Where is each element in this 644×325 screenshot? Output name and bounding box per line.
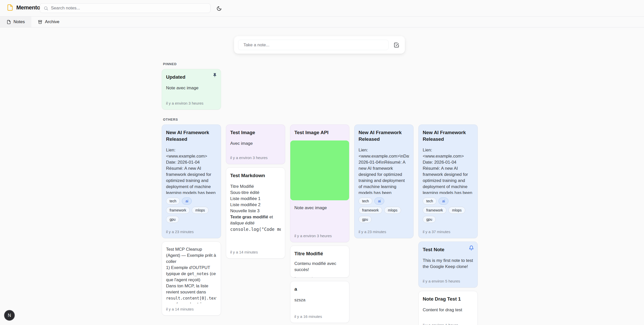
note-body-line: Texte gras modifié et italique édité bbox=[230, 214, 281, 226]
tag-ai[interactable]: ai bbox=[182, 197, 192, 205]
note-body-line: Nouvelle liste 3 bbox=[230, 208, 281, 214]
note-title: Updated bbox=[166, 74, 217, 80]
note-title: New AI Framework Released bbox=[166, 129, 217, 143]
memento-app: Memento Notes bbox=[0, 0, 644, 325]
note-composer bbox=[234, 36, 405, 54]
tag-tech[interactable]: tech bbox=[359, 197, 372, 205]
grid-column-2: Test Image Avec image il y a environ 3 h… bbox=[226, 124, 285, 325]
note-title: Test Markdown bbox=[230, 172, 281, 179]
tag-tech[interactable]: tech bbox=[166, 197, 180, 205]
tag-tech[interactable]: tech bbox=[423, 197, 436, 205]
note-body-line: Liste modifiée 1 bbox=[230, 196, 281, 202]
note-body: Lien: <www.example.com> Date: 2026-01-04… bbox=[166, 147, 217, 194]
user-avatar[interactable]: N bbox=[4, 310, 15, 321]
note-timestamp: il y a 23 minutes bbox=[166, 226, 217, 234]
tag-framework[interactable]: framework bbox=[359, 207, 382, 214]
logo-file-icon bbox=[7, 4, 13, 11]
new-checklist-button[interactable] bbox=[392, 41, 401, 49]
tag-framework[interactable]: framework bbox=[166, 207, 190, 214]
note-title: New AI Framework Released bbox=[423, 129, 473, 143]
note-body-line: Test MCP Cleanup (Agent) — Exemple prêt … bbox=[166, 246, 217, 265]
note-card-test-note[interactable]: Test Note This is my first note to test … bbox=[418, 242, 478, 288]
note-timestamp: il y a 37 minutes bbox=[423, 226, 473, 234]
note-card-updated[interactable]: Updated Note avec image il y a environ 3… bbox=[162, 69, 221, 110]
note-timestamp: il y a 14 minutes bbox=[230, 246, 281, 254]
note-card-ai-framework-1[interactable]: New AI Framework Released Lien: <www.exa… bbox=[162, 124, 221, 238]
note-timestamp: il y a environ 3 heures bbox=[230, 152, 281, 160]
tag-gpu[interactable]: gpu bbox=[359, 216, 372, 223]
note-body: Lien: <www.example.com> Date: 2026-01-04… bbox=[423, 147, 473, 194]
tab-notes-label: Notes bbox=[13, 19, 25, 24]
pin-icon[interactable] bbox=[212, 73, 217, 78]
tag-list: tech ai framework mlops gpu bbox=[359, 197, 409, 223]
tag-mlops[interactable]: mlops bbox=[384, 207, 401, 214]
grid-column-3: Test Image API Note avec image il y a en… bbox=[290, 124, 349, 325]
tab-archive-label: Archive bbox=[45, 19, 59, 24]
note-card-a[interactable]: a szsza il y a 16 minutes bbox=[290, 281, 349, 323]
inline-code: result.content[0].text bbox=[166, 296, 217, 301]
note-body: This is my first note to test the Google… bbox=[423, 258, 473, 270]
note-title: Note Drag Test 1 bbox=[423, 296, 473, 302]
note-body: Avec image bbox=[230, 140, 281, 147]
note-timestamp: il y a 23 minutes bbox=[359, 226, 409, 234]
tag-ai[interactable]: ai bbox=[374, 197, 384, 205]
app-brand: Memento bbox=[7, 4, 40, 11]
note-timestamp: il y a 14 minutes bbox=[166, 303, 217, 311]
tab-notes[interactable]: Notes bbox=[0, 17, 31, 27]
tag-framework[interactable]: framework bbox=[423, 207, 446, 214]
note-title: Titre Modifié bbox=[294, 250, 345, 257]
note-timestamp: il y a environ 5 heures bbox=[423, 275, 473, 283]
note-card-mcp-cleanup[interactable]: Test MCP Cleanup (Agent) — Exemple prêt … bbox=[162, 242, 221, 316]
note-card-test-image[interactable]: Test Image Avec image il y a environ 3 h… bbox=[226, 124, 285, 164]
note-timestamp: il y a environ 1 heure bbox=[423, 319, 473, 325]
tag-gpu[interactable]: gpu bbox=[166, 216, 179, 223]
note-body-line: Liste modifiée 2 bbox=[230, 202, 281, 208]
note-body: szsza bbox=[294, 297, 345, 303]
others-section-label: OTHERS bbox=[163, 118, 178, 121]
note-card-test-image-api[interactable]: Test Image API Note avec image il y a en… bbox=[290, 124, 349, 242]
note-body-code-line: console.log("Code modifié a bbox=[230, 226, 281, 232]
note-card-titre-modifie[interactable]: Titre Modifié Contenu modifié avec succè… bbox=[290, 246, 349, 278]
note-body: Note avec image bbox=[294, 205, 345, 211]
grid-column-4: New AI Framework Released Lien: <www.exa… bbox=[354, 124, 414, 325]
note-body-line: 1) Exemple d'OUTPUT typique de get_notes… bbox=[166, 265, 217, 283]
note-card-test-markdown[interactable]: Test Markdown Titre Modifié Sous-titre é… bbox=[226, 167, 285, 259]
note-title: Test Image bbox=[230, 129, 281, 136]
note-body-line: Sous-titre édité bbox=[230, 190, 281, 196]
tag-mlops[interactable]: mlops bbox=[192, 207, 208, 214]
note-title: Test Note bbox=[423, 246, 473, 253]
note-card-ai-framework-2[interactable]: New AI Framework Released Lien: <www.exa… bbox=[354, 124, 414, 238]
note-title: a bbox=[294, 286, 345, 292]
bell-icon[interactable] bbox=[469, 245, 474, 250]
note-timestamp: il y a environ 3 heures bbox=[294, 230, 345, 238]
notes-grid: New AI Framework Released Lien: <www.exa… bbox=[162, 124, 478, 325]
search-input[interactable] bbox=[51, 6, 207, 11]
tab-archive[interactable]: Archive bbox=[31, 17, 66, 27]
grid-column-1: New AI Framework Released Lien: <www.exa… bbox=[162, 124, 221, 325]
search-bar[interactable] bbox=[40, 3, 211, 13]
check-square-icon bbox=[394, 42, 399, 48]
top-bar: Memento bbox=[0, 0, 644, 16]
moon-icon bbox=[216, 6, 222, 11]
note-body: Content for drag test bbox=[423, 307, 473, 313]
inline-code: get_notes bbox=[187, 272, 209, 276]
theme-toggle-button[interactable] bbox=[215, 5, 223, 12]
note-card-drag-test[interactable]: Note Drag Test 1 Content for drag test i… bbox=[418, 291, 478, 325]
note-body: Contenu modifié avec succès! bbox=[294, 261, 345, 273]
note-body: Lien: <www.example.com>\nDate: 2026-01-0… bbox=[359, 147, 409, 194]
note-body-line: Dans ton MCP, la liste revient souvent d… bbox=[166, 283, 217, 303]
file-icon bbox=[7, 20, 11, 24]
tag-mlops[interactable]: mlops bbox=[448, 207, 465, 214]
note-card-ai-framework-3[interactable]: New AI Framework Released Lien: <www.exa… bbox=[418, 124, 478, 238]
note-image-green bbox=[290, 140, 349, 200]
tag-gpu[interactable]: gpu bbox=[423, 216, 436, 223]
tag-ai[interactable]: ai bbox=[439, 197, 448, 205]
tag-list: tech ai framework mlops gpu bbox=[166, 197, 217, 223]
note-timestamp: il y a 15 minutes bbox=[294, 273, 345, 278]
grid-column-5: New AI Framework Released Lien: <www.exa… bbox=[418, 124, 478, 325]
note-timestamp: il y a 16 minutes bbox=[294, 311, 345, 319]
pinned-section-label: PINNED bbox=[163, 62, 177, 66]
note-title: Test Image API bbox=[294, 129, 345, 136]
tab-bar: Notes Archive bbox=[0, 16, 644, 27]
take-a-note-input[interactable] bbox=[238, 40, 389, 50]
